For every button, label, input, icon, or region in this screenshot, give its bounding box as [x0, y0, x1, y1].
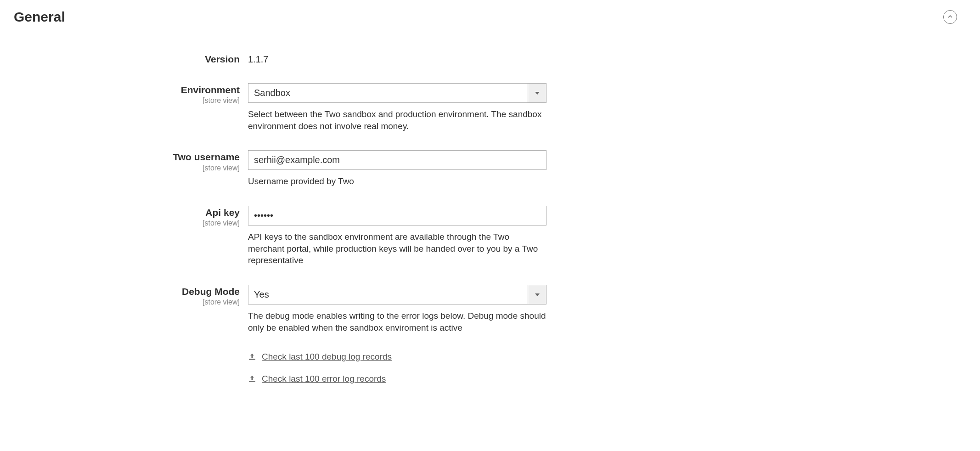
field-label-col: Debug Mode [store view]	[14, 285, 248, 396]
username-scope: [store view]	[14, 164, 240, 172]
field-value-col: 1.1.7	[248, 52, 546, 65]
dropdown-arrow-icon	[528, 84, 546, 102]
field-value-col: Username provided by Two	[248, 150, 546, 187]
version-value: 1.1.7	[248, 52, 546, 65]
svg-marker-0	[535, 92, 540, 95]
svg-rect-2	[249, 359, 255, 360]
username-input[interactable]	[248, 150, 546, 170]
upload-icon	[248, 353, 256, 361]
field-value-col: Yes The debug mode enables writing to th…	[248, 285, 546, 396]
environment-help-text: Select between the Two sandbox and produ…	[248, 108, 546, 132]
apikey-help-text: API keys to the sandbox environment are …	[248, 231, 546, 266]
field-debug: Debug Mode [store view] Yes The debug mo…	[14, 285, 966, 396]
debug-select[interactable]: Yes	[248, 285, 546, 304]
field-value-col: Sandbox Select between the Two sandbox a…	[248, 83, 546, 132]
apikey-label: Api key	[14, 207, 240, 218]
field-label-col: Environment [store view]	[14, 83, 248, 132]
debug-log-link-row: Check last 100 debug log records	[248, 352, 546, 362]
debug-select-value: Yes	[248, 285, 528, 304]
username-label: Two username	[14, 151, 240, 163]
svg-marker-1	[535, 293, 540, 296]
error-log-link[interactable]: Check last 100 error log records	[262, 374, 386, 384]
error-log-link-row: Check last 100 error log records	[248, 374, 546, 384]
environment-label: Environment	[14, 84, 240, 96]
environment-scope: [store view]	[14, 96, 240, 105]
svg-rect-3	[249, 381, 255, 382]
section-title: General	[14, 9, 65, 25]
field-version: Version 1.1.7	[14, 52, 966, 65]
apikey-scope: [store view]	[14, 219, 240, 227]
upload-icon	[248, 375, 256, 383]
environment-select-value: Sandbox	[248, 84, 528, 102]
username-help-text: Username provided by Two	[248, 175, 546, 187]
field-value-col: API keys to the sandbox environment are …	[248, 206, 546, 266]
debug-log-link[interactable]: Check last 100 debug log records	[262, 352, 392, 362]
field-label-col: Api key [store view]	[14, 206, 248, 266]
debug-label: Debug Mode	[14, 286, 240, 297]
environment-select[interactable]: Sandbox	[248, 83, 546, 103]
field-apikey: Api key [store view] API keys to the san…	[14, 206, 966, 266]
chevron-up-icon	[947, 14, 953, 21]
version-label: Version	[14, 53, 240, 65]
debug-scope: [store view]	[14, 298, 240, 306]
field-username: Two username [store view] Username provi…	[14, 150, 966, 187]
field-environment: Environment [store view] Sandbox Select …	[14, 83, 966, 132]
dropdown-arrow-icon	[528, 285, 546, 304]
log-links: Check last 100 debug log records Check l…	[248, 352, 546, 384]
field-label-col: Version	[14, 52, 248, 65]
debug-help-text: The debug mode enables writing to the er…	[248, 310, 546, 333]
collapse-toggle-button[interactable]	[943, 10, 957, 24]
field-label-col: Two username [store view]	[14, 150, 248, 187]
section-header: General	[14, 9, 966, 25]
apikey-input[interactable]	[248, 206, 546, 226]
